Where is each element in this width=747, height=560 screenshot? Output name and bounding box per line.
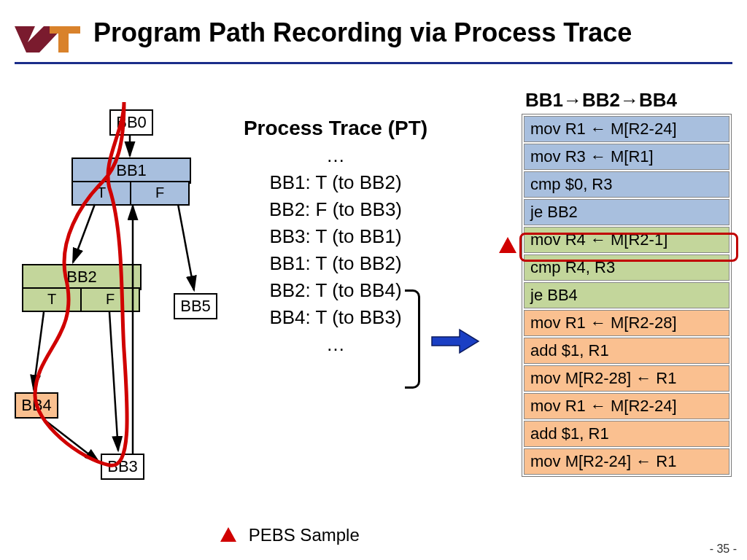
svg-line-4 (109, 312, 118, 451)
svg-line-1 (73, 204, 95, 262)
pt-line: … (219, 144, 452, 167)
asm-line: mov M[R2-24] ← R1 (524, 448, 729, 475)
asm-line: mov R4 ← M[R2-1] (524, 227, 729, 253)
pebs-marker-icon (498, 236, 518, 257)
pt-title: Process Trace (PT) (219, 117, 452, 140)
bb1-f: F (130, 181, 190, 206)
title-rule (15, 62, 732, 64)
trace-bracket (405, 289, 420, 389)
pt-line: BB1: T (to BB2) (219, 171, 452, 194)
bb1-t: T (71, 181, 131, 206)
bb5-node: BB5 (174, 293, 217, 319)
asm-line: mov R1 ← M[R2-28] (524, 310, 729, 336)
bb2-t: T (22, 287, 82, 312)
pt-line: BB2: F (to BB3) (219, 198, 452, 221)
pt-line: BB1: T (to BB2) (219, 252, 452, 275)
asm-line: mov R3 ← M[R1] (524, 144, 729, 170)
svg-line-3 (34, 312, 44, 389)
asm-line: mov R1 ← M[R2-24] (524, 116, 729, 142)
svg-line-5 (41, 417, 99, 462)
right-arrow-icon (430, 328, 481, 357)
bb0-node: BB0 (109, 109, 153, 136)
bb1-node: BB1 (71, 158, 191, 184)
asm-line: cmp R4, R3 (524, 254, 729, 281)
bb2-node: BB2 (22, 264, 142, 290)
asm-line: je BB2 (524, 199, 729, 225)
asm-line: mov M[R2-28] ← R1 (524, 365, 729, 392)
asm-line: je BB4 (524, 282, 729, 308)
slide-title: Program Path Recording via Process Trace (93, 18, 632, 48)
pt-line: BB3: T (to BB1) (219, 225, 452, 248)
legend: PEBS Sample (219, 525, 360, 548)
asm-table: mov R1 ← M[R2-24] mov R3 ← M[R1] cmp $0,… (522, 114, 732, 477)
legend-label: PEBS Sample (249, 525, 360, 545)
bb3-node: BB3 (101, 454, 144, 480)
asm-line: mov R1 ← M[R2-24] (524, 393, 729, 419)
page-number: - 35 - (710, 542, 737, 556)
asm-line: add $1, R1 (524, 421, 729, 447)
asm-path-header: BB1→BB2→BB4 (525, 89, 677, 112)
bb2-f: F (80, 287, 140, 312)
asm-line: add $1, R1 (524, 338, 729, 364)
svg-line-2 (178, 204, 194, 290)
vt-logo (13, 22, 83, 57)
cfg-diagram: BB0 BB1 T F BB2 T F BB5 BB4 BB3 (15, 102, 241, 496)
asm-line: cmp $0, R3 (524, 171, 729, 198)
bb4-node: BB4 (15, 392, 58, 419)
pebs-triangle-icon (219, 526, 238, 548)
